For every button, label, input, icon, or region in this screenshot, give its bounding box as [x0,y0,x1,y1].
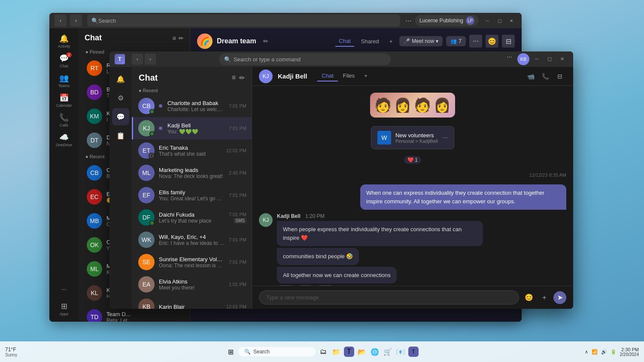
list-item[interactable]: CB Charlotte and Babak Charlotte: Let us… [132,95,252,117]
sidebar-chat[interactable]: 💬 2 Chat [55,51,73,70]
react-button[interactable]: 😊 [486,35,498,48]
list-item[interactable]: ML Marketing leads Nova: The deck looks … [132,162,252,184]
message-actions: 😊 + ➤ [522,291,566,304]
emoji-avatar-4: 👩 [434,97,451,113]
back-nav-front[interactable]: ‹ [132,54,143,65]
edit-icon[interactable]: ✏ [263,38,268,45]
sidebar-teams[interactable]: 👥 Teams [55,71,73,90]
maximize-front[interactable]: ▢ [544,53,555,64]
sidebar-apps[interactable]: ⊞ Apps [55,299,73,318]
back-button[interactable]: ‹ [55,15,67,27]
list-item[interactable]: DF Daichi Fukuda Let's try that new plac… [132,206,252,229]
filter-icon-front[interactable]: ≡ [232,74,236,82]
layout-button[interactable]: ⊟ [502,35,515,48]
filter-icon[interactable]: ≡ [173,35,176,42]
chat-partner-avatar: KJ [259,69,273,83]
reaction-item[interactable]: ❤️ 1 [404,156,421,164]
list-item[interactable]: SE Sunrise Elementary Volunteers Oona: T… [132,251,252,273]
taskbar-outlook[interactable]: 📧 [395,347,406,357]
tab-chat[interactable]: Chat [317,71,337,81]
attach-button[interactable]: + [538,291,551,304]
new-chat-icon[interactable]: ✏ [179,35,184,42]
dream-team-avatar: 🌈 [197,33,213,49]
system-tray-chevron[interactable]: ∧ [585,349,588,355]
reaction-count: 1 [415,157,418,163]
received-messages-section: KJ Kadji Bell 1:20 PM When people expres… [259,213,566,286]
meet-now-button[interactable]: 🎤 Meet now ▾ [399,36,443,46]
search-bar-front[interactable]: 🔍 Search or type a command [219,53,391,65]
add-tab[interactable]: + [386,36,396,46]
taskbar-center: ⊞ 🔍 Search 🗂 📁 T 📂 🌐 🛒 📧 T [225,347,419,357]
video-call-button[interactable]: 📹 [524,70,537,83]
front-nav-chat[interactable]: 💬 [112,108,129,125]
titlebar-right: ··· Lucerne Publishing LP ─ ▢ ✕ [405,15,516,26]
list-item[interactable]: KJ Kadji Bell You: 💚💚💚 7:01 PM [132,117,252,139]
front-nav-table[interactable]: 📋 [112,127,129,144]
avatar: WK [138,232,155,248]
close-front[interactable]: ✕ [557,53,568,64]
compose-icon-front[interactable]: ✏ [239,74,245,82]
user-avatar-front[interactable]: KB [517,53,529,65]
close-button[interactable]: ✕ [506,15,516,26]
chat-area-header: KJ Kadji Bell Chat Files + 📹 📞 ⊟ [252,67,573,86]
clock-display[interactable]: 2:30 PM 2/20/2024 [620,347,639,357]
front-nav-notification[interactable]: 🔔 [112,70,129,87]
avatar: KJ [138,120,155,136]
maximize-button[interactable]: ▢ [494,15,504,26]
avatar: MB [87,213,102,229]
more-icon: ··· [61,286,67,293]
taskbar-teams2[interactable]: T [408,347,419,357]
titlebar-front: T ‹ › 🔍 Search or type a command ··· KB … [109,51,573,67]
more-options-button[interactable]: ··· [469,35,482,48]
chat-messages: 🧑 👩 🧑 👩 W New volunteers Personal > Kadj… [252,86,573,286]
shared-tab[interactable]: Shared [358,36,383,46]
network-icon[interactable]: 📶 [592,349,598,355]
start-button[interactable]: ⊞ [225,347,236,357]
teams-icon: 👥 [59,73,69,83]
received-bubble-2: communities bind people 🤣 [277,248,359,265]
sidebar-activity[interactable]: 🔔 Activity [55,32,73,51]
taskbar-store[interactable]: 🛒 [383,347,393,357]
taskbar-files[interactable]: 📂 [357,347,367,357]
taskbar-explorer[interactable]: 📁 [331,347,341,357]
more-options-icon[interactable]: ··· [405,16,412,25]
search-bar-back[interactable]: 🔍 Search [87,15,400,27]
forward-button[interactable]: › [70,15,82,27]
search-icon-front: 🔍 [224,56,231,63]
tab-files[interactable]: Files [339,71,359,81]
taskbar-widgets[interactable]: 🗂 [318,347,328,357]
file-more-button[interactable]: ··· [442,134,448,142]
more-options-front[interactable]: ··· [507,53,512,65]
list-item[interactable]: WK Will, Kayo, Eric, +4 Eric: I have a f… [132,229,252,251]
minimize-button[interactable]: ─ [482,15,492,26]
forward-nav-front[interactable]: › [145,54,156,65]
front-nav-settings[interactable]: ⚙ [112,89,129,106]
emoji-avatar-2: 👩 [394,97,411,113]
list-item[interactable]: EA Elvia Atkins Meet you there! 1:01 PM [132,273,252,296]
tab-add[interactable]: + [360,71,372,81]
message-input[interactable]: Type a new message [259,290,519,305]
chat-badge: 2 [66,52,72,57]
list-item[interactable]: EF Ellis family You: Great idea! Let's g… [132,184,252,206]
received-content: Kadji Bell 1:20 PM When people express t… [277,213,566,286]
minimize-front[interactable]: ─ [531,53,542,64]
sidebar-onedrive[interactable]: ☁️ OneDrive [55,130,73,149]
emoji-button[interactable]: 😊 [522,291,535,304]
sidebar-calls[interactable]: 📞 Calls [55,111,73,130]
user-pill[interactable]: Lucerne Publishing LP [415,15,479,26]
volume-icon[interactable]: 🔊 [601,349,607,355]
battery-icon[interactable]: 🔋 [611,349,617,355]
taskbar-edge[interactable]: 🌐 [370,347,380,357]
taskbar-search[interactable]: 🔍 Search [238,347,316,356]
people-count-button[interactable]: 👥 7 [446,36,466,46]
sidebar-calendar[interactable]: 📅 Calendar [55,91,73,110]
sidebar-more[interactable]: ··· [55,280,73,299]
sidebar-toggle-button[interactable]: ⊟ [553,70,566,83]
send-button[interactable]: ➤ [553,291,566,304]
audio-call-button[interactable]: 📞 [539,70,552,83]
received-bubble-1: When people express their individuality … [277,221,483,246]
taskbar-teams[interactable]: T [344,347,354,357]
list-item[interactable]: ET 📱 Eric Tanaka That's what she said 12… [132,139,252,162]
list-item[interactable]: KB Karin Blair 12:01 PM [132,296,252,309]
chat-tab[interactable]: Chat [335,36,354,47]
